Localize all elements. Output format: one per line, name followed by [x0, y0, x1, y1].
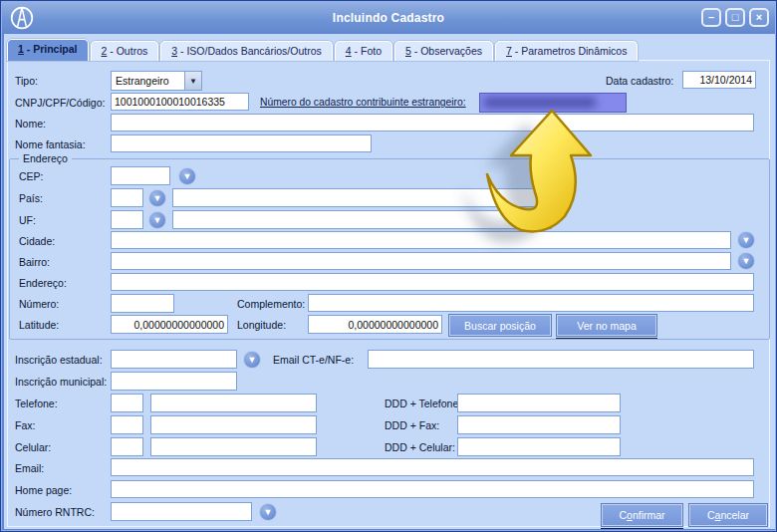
tipo-select[interactable]: Estrangeiro ▼ — [111, 71, 202, 91]
tipo-selected-value: Estrangeiro — [112, 75, 184, 87]
cidade-label: Cidade: — [19, 235, 55, 247]
endereco-field[interactable] — [111, 273, 754, 291]
email-cte-label: Email CT-e/NF-e: — [273, 354, 354, 366]
tipo-dropdown-icon[interactable]: ▼ — [184, 72, 201, 90]
email-label: Email: — [15, 462, 44, 474]
inscricao-estadual-lookup-button[interactable]: ▼ — [243, 351, 261, 369]
ddd-celular-label: DDD + Celular: — [385, 441, 455, 453]
chevron-down-icon: ▼ — [153, 215, 162, 225]
cidade-field[interactable] — [111, 231, 731, 249]
cidade-lookup-button[interactable]: ▼ — [737, 231, 755, 249]
confirmar-button[interactable]: Confirmar — [602, 504, 682, 526]
inscricao-municipal-label: Inscrição municipal: — [15, 376, 107, 388]
cep-field[interactable] — [111, 166, 170, 185]
dialog-window: Incluindo Cadastro – □ × 1 - Principal 2… — [0, 0, 777, 532]
close-button[interactable]: × — [749, 8, 769, 27]
home-page-field[interactable] — [111, 480, 754, 498]
telefone-field[interactable] — [150, 394, 317, 412]
uf-lookup-button[interactable]: ▼ — [148, 211, 166, 229]
endereco-group-label: Endereço — [19, 152, 72, 164]
email-field[interactable] — [111, 458, 754, 476]
cancelar-button[interactable]: Cancelar — [689, 504, 767, 526]
data-cadastro-label: Data cadastro: — [606, 75, 673, 87]
redacted-value-smear — [483, 98, 597, 108]
cnpj-cpf-codigo-field[interactable] — [111, 93, 249, 111]
ddd-fax-field[interactable] — [457, 415, 621, 434]
bairro-label: Bairro: — [19, 256, 50, 268]
fax-ddd-field[interactable] — [111, 415, 143, 434]
numero-rntrc-label: Número RNTRC: — [15, 506, 95, 518]
numero-label: Número: — [19, 298, 59, 310]
celular-ddd-field[interactable] — [111, 437, 143, 456]
tab-strip: 1 - Principal 2 - Outros 3 - ISO/Dados B… — [7, 39, 638, 61]
cnpj-cpf-codigo-label: CNPJ/CPF/Código: — [15, 97, 105, 109]
ddd-celular-field[interactable] — [457, 437, 621, 456]
chevron-down-icon: ▼ — [183, 171, 192, 181]
tab-principal[interactable]: 1 - Principal — [7, 39, 89, 61]
pais-name-field[interactable] — [172, 188, 552, 207]
telefone-ddd-field[interactable] — [111, 394, 143, 412]
uf-label: UF: — [19, 214, 36, 226]
rntrc-lookup-button[interactable]: ▼ — [259, 503, 277, 521]
home-page-label: Home page: — [15, 484, 72, 496]
pais-label: País: — [19, 192, 43, 204]
uf-name-field[interactable] — [172, 210, 552, 229]
chevron-down-icon: ▼ — [248, 355, 257, 365]
numero-rntrc-field[interactable] — [111, 502, 252, 521]
inscricao-municipal-field[interactable] — [111, 372, 237, 391]
longitude-label: Longitude: — [237, 319, 286, 331]
nome-field[interactable] — [111, 114, 754, 132]
ddd-fax-label: DDD + Fax: — [385, 419, 439, 431]
chevron-down-icon: ▼ — [264, 507, 273, 517]
celular-field[interactable] — [150, 437, 317, 456]
cep-label: CEP: — [19, 170, 44, 182]
tab-observacoes[interactable]: 5 - Observações — [394, 41, 493, 61]
bairro-field[interactable] — [111, 252, 731, 270]
inscricao-estadual-field[interactable] — [111, 350, 237, 369]
numero-cadastro-estrangeiro-field[interactable] — [479, 93, 627, 113]
ddd-telefone-field[interactable] — [457, 394, 621, 412]
ddd-telefone-label: DDD + Telefone: — [385, 398, 461, 409]
numero-cadastro-estrangeiro-link[interactable]: Número do cadastro contribuinte estrange… — [260, 97, 466, 108]
inscricao-estadual-label: Inscrição estadual: — [15, 354, 103, 366]
chevron-down-icon: ▼ — [742, 235, 751, 245]
tipo-label: Tipo: — [15, 75, 38, 87]
window-title: Incluindo Cadastro — [2, 11, 775, 25]
tab-foto[interactable]: 4 - Foto — [335, 41, 392, 61]
data-cadastro-field[interactable] — [682, 71, 756, 89]
celular-label: Celular: — [15, 441, 51, 453]
tab-outros[interactable]: 2 - Outros — [91, 41, 159, 61]
minimize-button[interactable]: – — [701, 8, 721, 27]
pais-lookup-button[interactable]: ▼ — [148, 189, 166, 207]
tab-parametros-dinamicos[interactable]: 7 - Parametros Dinâmicos — [495, 41, 638, 61]
email-cte-field[interactable] — [368, 350, 754, 369]
chevron-down-icon: ▼ — [153, 193, 162, 203]
ver-no-mapa-button[interactable]: Ver no mapa — [557, 315, 656, 336]
title-bar[interactable]: Incluindo Cadastro – □ × — [2, 2, 775, 33]
latitude-field[interactable] — [111, 315, 228, 334]
cep-lookup-button[interactable]: ▼ — [178, 167, 196, 185]
nome-label: Nome: — [15, 118, 46, 130]
uf-code-field[interactable] — [111, 210, 143, 229]
pais-code-field[interactable] — [111, 188, 143, 207]
telefone-label: Telefone: — [15, 398, 58, 409]
numero-field[interactable] — [111, 294, 174, 313]
longitude-field[interactable] — [308, 315, 442, 334]
nome-fantasia-label: Nome fantasia: — [15, 138, 86, 150]
chevron-down-icon: ▼ — [742, 256, 751, 266]
fax-label: Fax: — [15, 419, 35, 431]
tab-iso-dados-bancarios[interactable]: 3 - ISO/Dados Bancários/Outros — [160, 41, 333, 61]
maximize-button[interactable]: □ — [725, 8, 745, 27]
nome-fantasia-field[interactable] — [111, 134, 372, 152]
complemento-field[interactable] — [308, 294, 754, 312]
bairro-lookup-button[interactable]: ▼ — [737, 252, 755, 270]
fax-field[interactable] — [150, 415, 317, 434]
endereco-label: Endereço: — [19, 277, 67, 289]
complemento-label: Complemento: — [237, 298, 305, 310]
latitude-label: Latitude: — [19, 319, 59, 331]
buscar-posicao-button[interactable]: Buscar posição — [449, 315, 551, 336]
